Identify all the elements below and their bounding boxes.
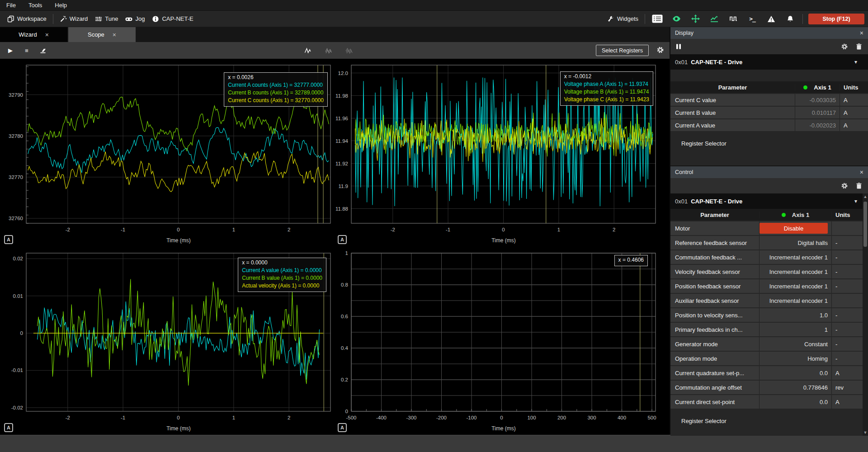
tune-button[interactable]: Tune <box>91 14 122 24</box>
param-units: A <box>832 366 840 380</box>
sliders-icon <box>95 15 102 23</box>
move-tool-icon[interactable] <box>689 13 702 25</box>
widgets-label: Widgets <box>617 15 638 22</box>
toolbar-right: Widgets >_ Stop (F12) <box>604 13 864 25</box>
toolbar-separator <box>53 14 53 24</box>
play-button[interactable]: ▶ <box>5 45 16 56</box>
param-units: - <box>832 279 837 293</box>
trash-icon[interactable] <box>855 43 863 50</box>
svg-text:11.88: 11.88 <box>335 206 348 212</box>
autoscale-button[interactable]: A <box>4 235 13 244</box>
close-icon[interactable]: × <box>113 31 116 38</box>
axis-header: Axis 1 <box>792 212 809 218</box>
wizard-button[interactable]: Wizard <box>56 14 91 24</box>
register-selector-link[interactable]: Register Selector <box>670 413 868 428</box>
scroll-up-icon[interactable]: ▲ <box>863 193 868 200</box>
param-value[interactable]: 1 <box>759 323 832 336</box>
widgets-button[interactable]: Widgets <box>604 14 642 24</box>
param-value[interactable]: Disable <box>759 221 832 235</box>
motor-disable-button[interactable]: Disable <box>760 223 828 234</box>
svg-text:-1: -1 <box>121 227 125 232</box>
table-row: Position feedback sensorIncremental enco… <box>670 279 868 293</box>
param-value[interactable]: Digital halls <box>759 236 832 250</box>
param-value[interactable]: Incremental encoder 1 <box>759 294 832 307</box>
trash-icon[interactable] <box>855 182 863 189</box>
svg-text:200: 200 <box>557 415 566 420</box>
param-label: Velocity feedback sensor <box>670 265 759 278</box>
autoscale-button[interactable]: A <box>4 423 13 432</box>
svg-text:-500: -500 <box>346 415 356 420</box>
display-device-selector[interactable]: 0x01 CAP-NET-E - Drive ▾ <box>670 54 868 70</box>
tooltip-x-value: x = 0.4606 <box>618 256 644 264</box>
param-label: Position feedback sensor <box>670 279 759 293</box>
control-device-selector[interactable]: 0x01 CAP-NET-E - Drive ▾ <box>670 193 868 209</box>
menu-help[interactable]: Help <box>55 2 67 9</box>
workspace-button[interactable]: Workspace <box>4 14 50 24</box>
autoscale-button[interactable]: A <box>338 423 347 432</box>
register-selector-link[interactable]: Register Selector <box>670 136 868 151</box>
param-value[interactable]: Incremental encoder 1 <box>759 250 832 264</box>
svg-text:-2: -2 <box>66 415 70 420</box>
stop-button[interactable]: Stop (F12) <box>808 14 864 24</box>
param-label: Current direct set-point <box>670 395 759 409</box>
menu-file[interactable]: File <box>6 2 16 9</box>
terminal-icon[interactable]: >_ <box>745 13 759 25</box>
param-label: Current A value <box>670 119 795 131</box>
autoscale-button[interactable]: A <box>338 235 347 244</box>
chart-current-values[interactable]: -0.02-0.0100.010.02-2-1012Time (ms)Ax = … <box>0 247 334 435</box>
param-value[interactable]: Incremental encoder 1 <box>759 279 832 293</box>
svg-text:11.9: 11.9 <box>338 184 348 189</box>
svg-text:Time (ms): Time (ms) <box>166 237 191 244</box>
pause-icon[interactable] <box>676 43 682 50</box>
stop-capture-button[interactable]: ■ <box>21 45 33 56</box>
jog-button[interactable]: Jog <box>122 14 148 24</box>
param-value[interactable]: 0.778646 <box>759 381 832 394</box>
scroll-down-icon[interactable]: ▼ <box>863 429 868 436</box>
toolbar-separator <box>802 14 803 24</box>
clear-eraser-button[interactable] <box>37 45 49 56</box>
warning-icon[interactable] <box>764 13 778 25</box>
tab-scope[interactable]: Scope × <box>68 27 136 42</box>
square-wave-icon[interactable] <box>726 13 740 25</box>
display-panel: Display × 0x01 CAP-NET-E - Drive ▾ Param… <box>670 27 868 165</box>
svg-text:400: 400 <box>618 415 626 420</box>
bell-icon[interactable] <box>783 13 797 25</box>
tooltip-series-value: Current C counts (Axis 1) = 32770.0000 <box>228 97 324 104</box>
wizard-label: Wizard <box>70 15 88 22</box>
chart-empty-pane[interactable]: 00.20.40.60.81-500-400-300-200-100010020… <box>334 247 670 435</box>
menu-tools[interactable]: Tools <box>28 2 42 9</box>
control-table-header: Parameter Axis 1 Units <box>670 209 868 221</box>
select-registers-button[interactable]: Select Registers <box>596 45 649 56</box>
tab-wizard[interactable]: Wizard × <box>0 27 67 42</box>
units-header: Units <box>840 84 859 91</box>
scrollbar-thumb[interactable] <box>863 202 867 247</box>
chart-voltage-phases[interactable]: 11.8811.911.9211.9411.9611.9812.0-2-1012… <box>334 59 670 247</box>
scope-chart-icon[interactable] <box>708 13 721 25</box>
tooltip-series-value: Current A counts (Axis 1) = 32777.0000 <box>228 81 324 89</box>
svg-text:1: 1 <box>232 227 235 232</box>
param-value[interactable]: 1.0 <box>759 308 832 322</box>
chart-current-counts[interactable]: 32760327703278032790-2-1012Time (ms)Ax =… <box>0 59 334 247</box>
close-icon[interactable]: × <box>860 169 863 176</box>
param-value[interactable]: Incremental encoder 1 <box>759 265 832 278</box>
monitor-eye-icon[interactable] <box>670 13 683 25</box>
multi-signal-icon[interactable] <box>344 45 355 56</box>
param-value[interactable]: 0.0 <box>759 395 832 409</box>
param-label: Position to velocity sens... <box>670 308 759 322</box>
device-name: CAP-NET-E - Drive <box>691 59 742 66</box>
close-icon[interactable]: × <box>860 29 863 37</box>
scope-settings-gear-icon[interactable] <box>656 46 664 54</box>
display-panel-toolbar <box>670 39 868 54</box>
register-table-icon[interactable] <box>651 13 664 25</box>
gear-icon[interactable] <box>841 182 848 189</box>
gear-icon[interactable] <box>841 43 848 50</box>
dual-signal-icon[interactable] <box>323 45 335 56</box>
single-signal-icon[interactable] <box>302 45 314 56</box>
param-value[interactable]: Homing <box>759 352 832 365</box>
svg-text:0.8: 0.8 <box>341 282 348 287</box>
param-value[interactable]: 0.0 <box>759 366 832 380</box>
vertical-scrollbar[interactable]: ▲ ▼ <box>863 193 868 436</box>
device-info-button[interactable]: CAP-NET-E <box>148 14 197 24</box>
param-value[interactable]: Constant <box>759 337 832 351</box>
close-icon[interactable]: × <box>45 31 49 38</box>
